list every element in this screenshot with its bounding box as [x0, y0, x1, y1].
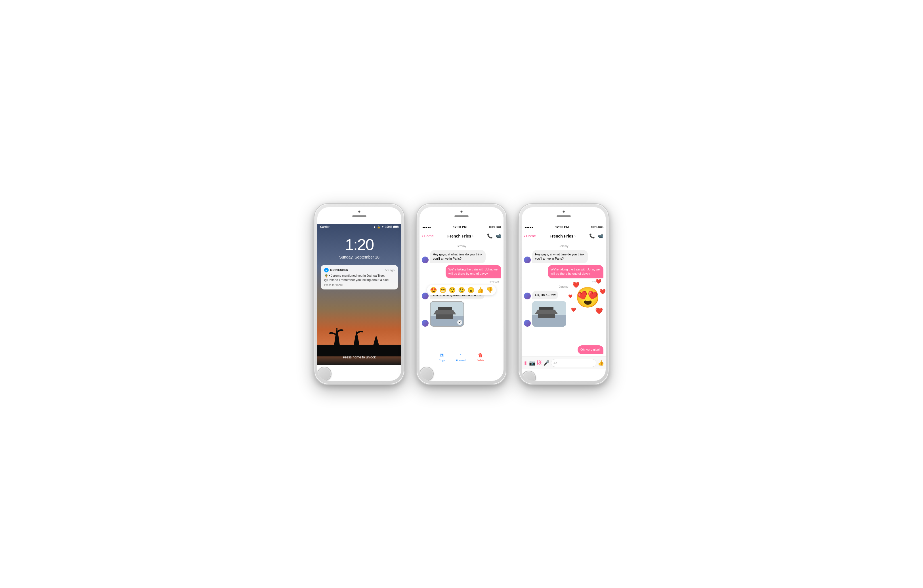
lockscreen-status-bar: Carrier ▲ 🔒 ✦ 100%	[317, 224, 401, 230]
battery-label: 100%	[385, 225, 392, 228]
lockscreen-date: Sunday, September 18	[339, 255, 379, 260]
back-button-2[interactable]: ‹ Home	[422, 233, 434, 239]
messages-area-3: Jeremy Hey guys, at what time do you thi…	[522, 242, 606, 356]
speaker-2	[454, 215, 469, 217]
emoji-thumbsup[interactable]: 👍	[477, 287, 484, 294]
mic-button[interactable]: 🎤	[543, 360, 550, 366]
message-input[interactable]: Aa	[551, 359, 596, 367]
phone-icon-2[interactable]: 📞	[487, 233, 493, 239]
copy-button[interactable]: ⧉ Copy	[439, 353, 445, 362]
lock-icon: 🔒	[377, 225, 380, 228]
bubble-sent-3a: We're taking the train with John, we wil…	[548, 265, 603, 278]
video-icon-2[interactable]: 📹	[496, 233, 501, 239]
emoji-cry[interactable]: 😢	[458, 287, 465, 294]
iphone-3: ●●●●● 12:00 PM 100% ‹ Home	[518, 203, 609, 385]
notification-card[interactable]: m MESSENGER 5m ago 🌴 • Jeremy mentioned …	[321, 265, 398, 289]
home-button-3[interactable]	[522, 371, 536, 381]
bubble-received-3a: Hey guys, at what time do you think you'…	[532, 250, 588, 263]
avatar-jeremy-photo	[422, 320, 429, 327]
msg-sent-1: We're taking the train with John, we wil…	[422, 265, 501, 278]
back-button-3[interactable]: ‹ Home	[524, 233, 536, 239]
iphone-1: Carrier ▲ 🔒 ✦ 100% 1:20 Sunday, Septem	[314, 203, 405, 385]
status-bar-3: ●●●●● 12:00 PM 100%	[522, 224, 606, 230]
top-bezel-2	[419, 207, 504, 224]
bluetooth-icon: ✦	[381, 225, 384, 228]
copy-icon: ⧉	[440, 353, 443, 358]
photo-msg-row: ✓	[422, 301, 501, 327]
right-icons-3: 100%	[591, 226, 603, 228]
forward-button[interactable]: ↑ Forward	[456, 353, 465, 362]
nav-title-2: French Fries ›	[447, 234, 473, 238]
camera-button[interactable]: 📷	[529, 360, 535, 366]
action-bar: ⧉ Copy ↑ Forward 🗑 Delete	[419, 349, 504, 365]
input-bar-3: ⊕ 📷 🖼 🎤 Aa 👍	[522, 356, 606, 369]
emoji-reaction-bar[interactable]: 😍 😁 😯 😢 😠 👍 👎	[427, 285, 496, 295]
lockscreen-screen: Carrier ▲ 🔒 ✦ 100% 1:20 Sunday, Septem	[317, 224, 401, 365]
svg-marker-5	[434, 310, 456, 314]
emoji-angry[interactable]: 😠	[468, 287, 475, 294]
carrier-label: Carrier	[320, 225, 330, 228]
sender-jeremy-3b: Jeremy	[524, 285, 603, 288]
messenger-screen-2: ●●●●● 12:00 PM 100% ‹ Home	[419, 224, 504, 365]
bubble-received-3b: Ok, I'm s... few	[532, 291, 558, 299]
time-stamp-3: 9:32 AM	[524, 281, 601, 284]
delete-button[interactable]: 🗑 Delete	[477, 353, 484, 362]
photo-check: ✓	[457, 320, 462, 325]
avatar-jeremy-1	[422, 256, 429, 263]
msg-received-3a: Hey guys, at what time do you think you'…	[524, 250, 603, 263]
messenger-screen-3: ●●●●● 12:00 PM 100% ‹ Home	[522, 224, 606, 369]
notif-time: 5m ago	[385, 269, 394, 272]
nav-bar-2: ‹ Home French Fries › 📞 📹	[419, 230, 504, 242]
thumbsup-button[interactable]: 👍	[598, 360, 604, 366]
notif-app-name: m MESSENGER	[324, 268, 348, 273]
time-2: 12:00 PM	[453, 225, 466, 229]
top-bezel-3	[522, 207, 606, 224]
photo-button[interactable]: 🖼	[537, 360, 542, 366]
bubble-received-1: Hey guys, at what time do you think you'…	[430, 250, 486, 263]
top-bezel-1	[317, 207, 401, 224]
messenger-app-icon: m	[324, 268, 328, 273]
emoji-thumbsdown[interactable]: 👎	[486, 287, 493, 294]
msg-sent-3b: Oh, very nice!!	[524, 345, 603, 354]
phone-icon-3[interactable]: 📞	[589, 233, 595, 239]
wifi-icon: ▲	[373, 225, 376, 228]
phones-container: Carrier ▲ 🔒 ✦ 100% 1:20 Sunday, Septem	[314, 203, 609, 385]
svg-marker-10	[535, 310, 558, 314]
nav-icons-3: 📞 📹	[589, 233, 603, 239]
camera-2	[461, 210, 463, 213]
avatar-jeremy-2	[422, 292, 429, 299]
time-stamp-1: 9:32 AM	[422, 281, 499, 284]
camera-3	[563, 210, 565, 213]
lockscreen-time: 1:20	[345, 235, 374, 254]
nav-bar-3: ‹ Home French Fries › 📞 📹	[522, 230, 606, 242]
time-3: 12:00 PM	[555, 225, 569, 229]
sender-jeremy-3a: Jeremy	[524, 245, 603, 248]
notif-press-more[interactable]: Press for more	[324, 284, 394, 287]
home-button-2[interactable]	[419, 367, 434, 381]
notif-body: 🌴 • Jeremy mentioned you in Joshua Tree:…	[324, 274, 394, 283]
forward-icon: ↑	[460, 353, 462, 358]
bubble-sent-1: We're taking the train with John, we wil…	[446, 265, 501, 278]
avatar-jeremy-3c	[524, 320, 531, 327]
nav-title-3: French Fries ›	[550, 234, 576, 238]
input-placeholder: Aa	[553, 361, 557, 365]
video-icon-3[interactable]: 📹	[598, 233, 603, 239]
home-button-1[interactable]	[317, 367, 332, 381]
photo-message[interactable]: ✓	[430, 301, 464, 327]
delete-label: Delete	[477, 359, 484, 362]
svg-rect-0	[317, 345, 401, 356]
signal-dots-3: ●●●●●	[524, 226, 533, 229]
press-home-label: Press home to unlock	[343, 355, 376, 359]
messages-area-2: Jeremy Hey guys, at what time do you thi…	[419, 242, 504, 349]
photo-msg-row-3	[524, 301, 603, 327]
camera-1	[358, 210, 360, 213]
right-icons-2: 100%	[489, 226, 501, 228]
copy-label: Copy	[439, 359, 445, 362]
status-bar-2: ●●●●● 12:00 PM 100%	[419, 224, 504, 230]
emoji-heart-eyes[interactable]: 😍	[430, 287, 437, 294]
plus-button[interactable]: ⊕	[523, 360, 528, 366]
photo-message-3[interactable]	[532, 301, 566, 327]
emoji-surprised[interactable]: 😯	[449, 287, 456, 294]
msg-received-3b: Ok, I'm s... few	[524, 291, 603, 299]
emoji-grin[interactable]: 😁	[439, 287, 447, 294]
